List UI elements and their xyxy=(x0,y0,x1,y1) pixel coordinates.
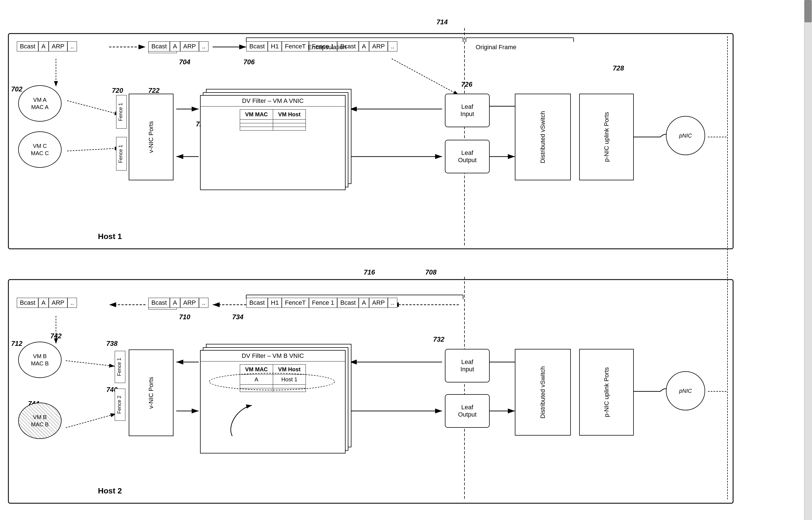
ref-716: 716 xyxy=(364,268,375,276)
frame-cell: .. xyxy=(199,298,208,308)
ref-708: 708 xyxy=(425,268,437,276)
dist-vswitch-label-h2: Distributed vSwitch xyxy=(539,366,546,418)
ref-702: 702 xyxy=(11,85,22,93)
ref-734: 734 xyxy=(232,313,243,321)
frame-cell: .. xyxy=(388,42,397,51)
svg-line-23 xyxy=(67,101,120,114)
dv-filter-title-host1: DV Filter – VM A VNIC xyxy=(201,96,345,106)
frame-cell: A xyxy=(38,42,49,51)
svg-line-44 xyxy=(66,414,116,428)
frame-cell: A xyxy=(359,298,369,308)
frame-cell: .. xyxy=(388,298,397,308)
frame-group-2: Bcast A ARP .. Fence 1 xyxy=(148,42,177,53)
pnic-host2: pNIC xyxy=(666,371,705,410)
ref-738: 738 xyxy=(106,340,118,347)
vm-b-circle: VM BMAC B xyxy=(18,342,61,378)
frame-cell: FenceT xyxy=(282,298,309,308)
scrollbar-thumb[interactable] xyxy=(805,0,812,22)
vm-b-hatched-circle: VM BMAC B xyxy=(18,402,61,439)
svg-line-42 xyxy=(66,361,115,366)
frame-group-1: Bcast A ARP .. xyxy=(17,42,77,51)
ref-728: 728 xyxy=(613,64,624,72)
vm-c-circle: VM CMAC C xyxy=(18,131,61,168)
leaf-output-host2: LeafOutput xyxy=(445,394,490,428)
frame-cell: A xyxy=(170,298,180,308)
pnic-uplink-host2: p-NIC uplink Ports xyxy=(579,349,634,436)
frame-cell: Fence 1 xyxy=(309,298,338,308)
encapsulation-label: Encapsulation xyxy=(308,44,346,51)
dashed-ellipse xyxy=(209,373,335,390)
frame-cell: ARP xyxy=(49,298,68,308)
frame-cell: .. xyxy=(199,42,208,51)
ref-726: 726 xyxy=(461,80,472,88)
frame-cell: A xyxy=(170,42,180,51)
ref-720: 720 xyxy=(112,87,123,95)
leaf-input-host1: LeafInput xyxy=(445,94,490,127)
leaf-input-host2: LeafInput xyxy=(445,349,490,383)
fence2-label-host2: Fence 2 xyxy=(115,389,125,421)
frame-cell: Bcast xyxy=(148,298,170,308)
dv-filter-table-host1: VM MAC VM Host xyxy=(240,109,306,131)
frame-cell: .. xyxy=(68,42,77,51)
pnic-uplink-host1: p-NIC uplink Ports xyxy=(579,94,634,180)
frame-cell: Bcast xyxy=(17,42,38,51)
dist-vswitch-host2: Distributed vSwitch xyxy=(515,349,571,436)
ref-706: 706 xyxy=(243,58,255,66)
dist-vswitch-label: Distributed vSwitch xyxy=(539,111,546,163)
frame-cell: H1 xyxy=(268,298,282,308)
fence1-label-mid: Fence 1 xyxy=(116,137,127,171)
dv-filter-host1: DV Filter – VM A VNIC VM MAC VM Host xyxy=(200,95,346,190)
svg-line-24 xyxy=(67,148,120,151)
ref-704: 704 xyxy=(179,58,190,66)
frame-cell: Bcast xyxy=(246,42,268,51)
frame-cell: .. xyxy=(68,298,77,308)
frame-cell: H1 xyxy=(268,42,282,51)
dv-filter-host2: DV Filter – VM B VNIC VM MAC VM Host A H… xyxy=(200,350,346,453)
frame-cell: ARP xyxy=(180,42,199,51)
pnic-uplink-label-h2: p-NIC uplink Ports xyxy=(603,367,610,417)
frame-cell: ARP xyxy=(369,42,388,51)
vnic-ports-host1: v-NIC Ports xyxy=(129,94,173,180)
vnic-ports-label: v-NIC Ports xyxy=(147,121,155,153)
frame-cell: Bcast xyxy=(17,298,38,308)
table-header: VM MAC xyxy=(240,110,273,120)
ref-710: 710 xyxy=(179,313,190,321)
dv-filter-title-host2: DV Filter – VM B VNIC xyxy=(201,350,345,362)
frame-cell: A xyxy=(38,298,49,308)
ref-742: 742 xyxy=(50,332,61,340)
frame-cell: Bcast xyxy=(337,298,359,308)
pnic-uplink-label: p-NIC uplink Ports xyxy=(603,112,610,162)
table-row xyxy=(240,123,305,127)
dist-vswitch-host1: Distributed vSwitch xyxy=(515,94,571,180)
ref-712: 712 xyxy=(11,340,22,347)
vnic-ports-label-h2: v-NIC Ports xyxy=(147,377,155,409)
scrollbar[interactable] xyxy=(804,0,812,520)
ref-732: 732 xyxy=(433,336,444,343)
ref-722: 722 xyxy=(148,87,159,95)
fence1-label-host2: Fence 1 xyxy=(115,351,125,383)
host2-label: Host 2 xyxy=(98,487,122,495)
host1-label: Host 1 xyxy=(98,232,122,282)
frame-cell: Bcast xyxy=(148,42,170,51)
frame-cell: A xyxy=(359,42,369,51)
frame-cell: ARP xyxy=(180,298,199,308)
fence1-label-top: Fence 1 xyxy=(116,95,127,129)
svg-line-48 xyxy=(392,59,459,95)
ref-714: 714 xyxy=(437,18,448,26)
frame-cell: Bcast xyxy=(246,298,268,308)
original-frame-label: Original Frame xyxy=(476,44,516,51)
table-row xyxy=(240,120,305,123)
table-row xyxy=(240,127,305,131)
leaf-output-host1: LeafOutput xyxy=(445,140,490,173)
pnic-host1: pNIC xyxy=(666,116,705,155)
vnic-ports-host2: v-NIC Ports xyxy=(129,349,173,436)
frame-cell: ARP xyxy=(369,298,388,308)
table-header: VM Host xyxy=(273,110,306,120)
diagram-container: Bcast A ARP .. Bcast A ARP .. Fence 1 Bc… xyxy=(0,0,812,520)
frame-cell: ARP xyxy=(49,42,68,51)
frame-cell: FenceT xyxy=(282,42,309,51)
frame-group-h2-2: Bcast A ARP .. Fence 1 xyxy=(148,298,177,310)
frame-group-h2-1: Bcast A ARP .. xyxy=(17,298,77,308)
vm-a-circle: VM AMAC A xyxy=(18,85,61,122)
